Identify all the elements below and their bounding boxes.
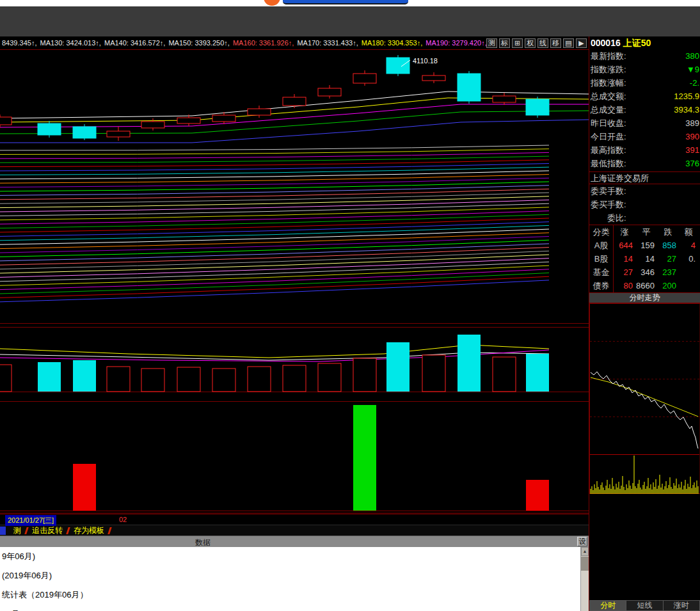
volume-bar[interactable] — [38, 362, 61, 392]
candle[interactable] — [457, 74, 481, 101]
ma-band-line — [0, 258, 549, 278]
quote-row: 最新指数:380 — [589, 49, 700, 63]
panel-tab-涨时[interactable]: 涨时 — [664, 600, 700, 611]
volume-bar[interactable] — [283, 365, 306, 392]
candle[interactable] — [0, 117, 12, 125]
volume-bar[interactable] — [107, 367, 130, 392]
report-text-line: 9年06月) — [0, 547, 589, 566]
quote-value: 389 — [685, 118, 699, 128]
report-text-lines: 9年06月)(2019年06月)统计表（2019年06月）06月) — [0, 547, 589, 611]
volume-bar[interactable] — [177, 367, 200, 392]
indicator-bar[interactable] — [73, 464, 96, 511]
order-label: 委买手数: — [591, 199, 626, 210]
market-cell: 159 — [635, 241, 657, 250]
volume-bar[interactable] — [248, 367, 271, 392]
volume-bar[interactable] — [0, 365, 12, 392]
toolbar-button-0[interactable]: 测 — [486, 38, 497, 48]
settings-button[interactable]: 设 — [577, 537, 587, 546]
toolbar-button-4[interactable]: 线 — [537, 38, 548, 48]
candle[interactable] — [107, 131, 130, 137]
intraday-chart[interactable] — [589, 303, 700, 495]
volume-bar[interactable] — [353, 358, 376, 392]
column-header: 分类 — [589, 225, 614, 239]
quote-row: 总成交量:3934.3 — [589, 103, 700, 116]
toolbar-button-1[interactable]: 标 — [499, 38, 510, 48]
volume-bar[interactable] — [141, 369, 164, 392]
ma-band-line — [0, 193, 549, 203]
bottom-tab-追击反转[interactable]: 追击反转 — [28, 525, 67, 536]
ma-value-label: MA130: 3424.013↑, — [40, 39, 103, 47]
toolbar-button-3[interactable]: 权 — [525, 38, 536, 48]
browser-top-strip — [0, 0, 700, 6]
bottom-tab-测[interactable]: 测 — [9, 525, 26, 536]
quote-value: 3934.3 — [674, 105, 699, 115]
quote-value: 1235.9 — [674, 91, 699, 101]
exchange-name: 上海证券交易所 — [589, 171, 700, 184]
market-cell: 346 — [635, 267, 657, 277]
intraday-chart-title: 分时走势 — [589, 293, 700, 303]
stock-code: 000016 — [591, 38, 621, 48]
candle[interactable] — [212, 115, 235, 122]
quote-label: 总成交额: — [591, 91, 626, 102]
candle[interactable] — [141, 122, 164, 128]
volume-bar[interactable] — [526, 354, 549, 392]
order-row: 委卖手数: — [589, 184, 700, 198]
candle[interactable] — [177, 118, 200, 123]
quote-row: 今日开盘:390 — [589, 130, 700, 143]
candle[interactable] — [526, 99, 549, 115]
ma-value-label: MA140: 3416.572↑, — [104, 39, 167, 47]
market-table-header: 分类涨平跌额 — [589, 225, 700, 239]
column-header: 额 — [679, 226, 698, 238]
indicator-bar[interactable] — [353, 405, 376, 511]
volume-bar[interactable] — [457, 335, 481, 392]
market-table-row: A股6441598584 — [589, 239, 700, 252]
panel-tab-短线[interactable]: 短线 — [626, 600, 663, 611]
bottom-tab-存为模板[interactable]: 存为模板 — [69, 525, 109, 536]
ma-value-label: MA150: 3393.250↑, — [168, 39, 231, 47]
volume-bar[interactable] — [318, 363, 341, 392]
market-category: 基金 — [589, 266, 614, 279]
candle[interactable] — [38, 123, 61, 135]
market-category: A股 — [589, 239, 614, 252]
candle[interactable] — [248, 109, 271, 115]
quote-value: 391 — [685, 145, 699, 155]
panel-tab-分时[interactable]: 分时 — [589, 600, 626, 611]
market-cell: 8660 — [635, 281, 657, 290]
scrollbar-up-icon[interactable]: ▲ — [581, 547, 589, 556]
candle[interactable] — [422, 75, 445, 81]
scrollbar[interactable]: ▲ — [580, 547, 589, 611]
window-title-bar — [0, 6, 700, 36]
price-annotation: 4110.18 — [413, 57, 438, 65]
toolbar-button-6[interactable]: ▤ — [563, 38, 574, 48]
order-label: 委比: — [591, 212, 626, 224]
candle[interactable] — [353, 74, 376, 83]
candle[interactable] — [283, 97, 306, 106]
site-logo-text-block — [283, 0, 408, 4]
candle[interactable] — [73, 127, 96, 138]
market-cell: 237 — [657, 267, 679, 277]
toolbar-button-5[interactable]: 移 — [550, 38, 561, 48]
tab-bar-lead-icon — [0, 527, 6, 535]
volume-bar[interactable] — [422, 355, 445, 392]
candle[interactable] — [386, 58, 410, 74]
intraday-average-line — [591, 377, 698, 417]
ma-band-line — [0, 145, 549, 150]
site-logo-flame-icon — [264, 0, 280, 6]
ma-band-line — [0, 149, 549, 155]
candle[interactable] — [493, 96, 516, 102]
candle[interactable] — [318, 88, 341, 96]
scrollbar-thumb[interactable] — [581, 557, 589, 571]
indicator-bar[interactable] — [526, 480, 549, 511]
toolbar-button-2[interactable]: ⊞ — [512, 38, 523, 48]
market-cell: 80 — [614, 281, 635, 290]
volume-bar[interactable] — [73, 360, 96, 392]
volume-bar[interactable] — [493, 357, 516, 392]
ma-band-line — [0, 222, 549, 237]
quote-value: 390 — [685, 132, 699, 141]
ma-band-line — [0, 262, 549, 281]
toolbar-button-7[interactable]: ▶ — [576, 38, 587, 48]
kline-chart[interactable]: 4110.18 — [0, 49, 589, 514]
volume-bar[interactable] — [386, 342, 410, 392]
volume-bar[interactable] — [212, 369, 235, 392]
ma-value-label: MA170: 3331.433↑, — [297, 39, 360, 47]
